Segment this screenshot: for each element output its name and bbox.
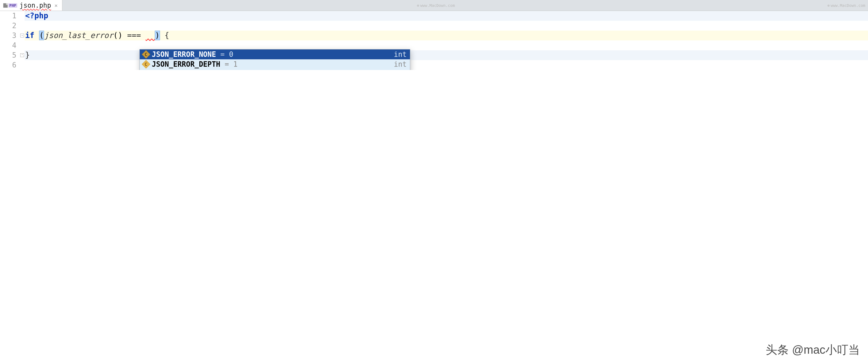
line-number: 1 — [0, 11, 25, 21]
watermark-top-right: ⊕ www.MacDown.com — [827, 3, 865, 8]
line-gutter: 1 2 3 4 5 6 — [0, 11, 25, 70]
line-number: 2 — [0, 21, 25, 31]
completion-eq: = — [224, 60, 229, 68]
constant-icon: C — [142, 70, 150, 70]
function-call: json_last_error — [44, 31, 113, 40]
fold-icon[interactable]: ⌃ — [20, 53, 24, 57]
paren-open: ( — [39, 31, 44, 40]
completion-popup[interactable]: C JSON_ERROR_NONE = 0 int C JSON_ERROR_D… — [140, 49, 410, 70]
code-area[interactable]: <?php −if (json_last_error() === ) { ⌃} … — [25, 11, 868, 70]
fold-icon[interactable]: − — [20, 34, 24, 37]
tab-bar-empty: ⊕ www.MacDown.com ⊕ www.MacDown.com — [62, 0, 868, 11]
completion-name: JSON_ERROR_NONE — [152, 50, 216, 59]
completion-name: JSON_ERROR_DEPTH — [152, 60, 220, 68]
code-line-active[interactable]: −if (json_last_error() === ) { — [25, 31, 868, 40]
close-tab-icon[interactable]: × — [53, 2, 59, 9]
line-number: 4 — [0, 40, 25, 50]
completion-value: 1 — [233, 60, 238, 68]
completion-eq: = — [220, 50, 225, 59]
tab-filename: json.php — [20, 2, 51, 9]
constant-icon: C — [142, 60, 150, 68]
line-number: 6 — [0, 60, 25, 70]
completion-item[interactable]: C JSON_ERROR_NONE = 0 int — [140, 50, 410, 59]
watermark-top: ⊕ www.MacDown.com — [417, 3, 455, 8]
paren-close: ) — [155, 31, 160, 40]
tab-bar: PHP json.php × ⊕ www.MacDown.com ⊕ www.M… — [0, 0, 868, 11]
completion-item[interactable]: C JSON_ERROR_STATE_MISMATCH = 2 int — [140, 69, 410, 70]
completion-value: 0 — [229, 50, 233, 59]
php-file-icon: PHP — [3, 3, 17, 8]
file-tab[interactable]: PHP json.php × — [0, 0, 62, 11]
php-open-tag: <?php — [25, 11, 48, 20]
completion-type: int — [394, 50, 407, 59]
editor[interactable]: 1 2 3 4 5 6 <?php −if (json_last_error()… — [0, 11, 868, 70]
completion-item[interactable]: C JSON_ERROR_DEPTH = 1 int — [140, 59, 410, 69]
constant-icon: C — [142, 50, 150, 59]
completion-type: int — [394, 60, 407, 68]
closing-brace: } — [25, 51, 30, 60]
keyword-if: if — [25, 31, 34, 40]
